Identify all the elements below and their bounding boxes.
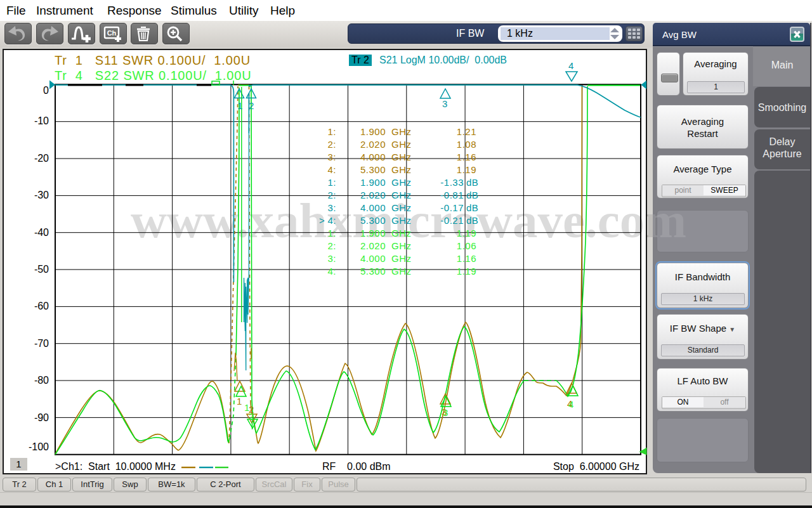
svg-text:Ch: Ch — [107, 29, 117, 37]
